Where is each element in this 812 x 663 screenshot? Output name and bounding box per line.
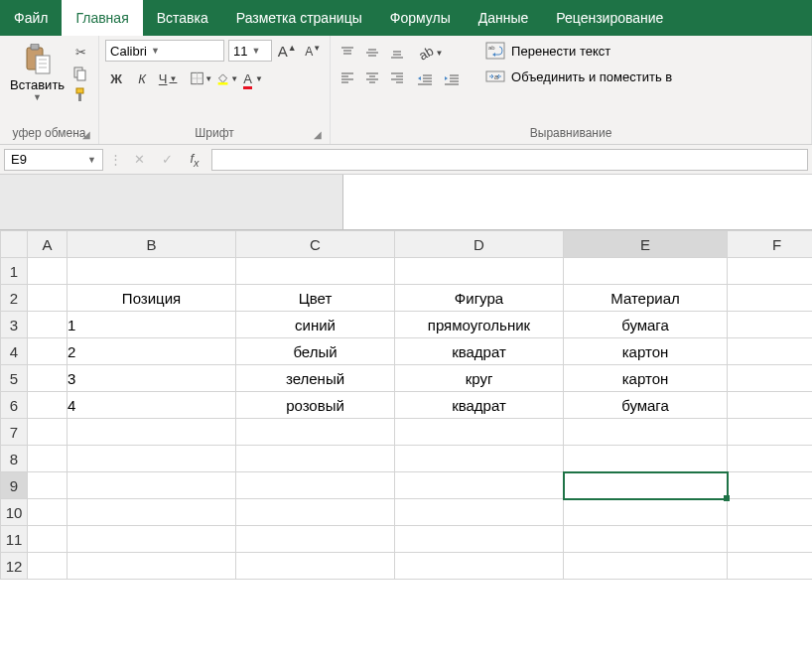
cell[interactable] (68, 419, 236, 446)
row-header[interactable]: 3 (1, 312, 28, 338)
cell[interactable]: Фигура (395, 285, 564, 312)
name-box[interactable]: E9▼ (4, 149, 103, 171)
cell[interactable]: белый (236, 338, 395, 365)
launcher-icon[interactable]: ◢ (314, 129, 322, 140)
cell[interactable] (564, 553, 728, 580)
cell[interactable] (28, 365, 68, 392)
row-header[interactable]: 8 (1, 446, 28, 472)
cell[interactable]: розовый (236, 392, 395, 419)
row-header[interactable]: 2 (1, 285, 28, 312)
formula-input[interactable] (211, 149, 808, 171)
cell[interactable] (68, 526, 236, 553)
cell[interactable] (68, 258, 236, 285)
cell[interactable] (28, 499, 68, 526)
cell[interactable] (68, 553, 236, 580)
cell[interactable]: 4 (68, 392, 236, 419)
row-header[interactable]: 5 (1, 365, 28, 392)
row-header[interactable]: 11 (1, 526, 28, 553)
spreadsheet-grid[interactable]: ABCDEF12ПозицияЦветФигураМатериал31синий… (0, 230, 812, 580)
cell[interactable] (728, 338, 813, 365)
cell[interactable] (395, 258, 564, 285)
cell[interactable]: квадрат (395, 338, 564, 365)
cell[interactable]: картон (564, 338, 728, 365)
cell[interactable] (728, 419, 813, 446)
cell[interactable] (28, 285, 68, 312)
underline-button[interactable]: Ч▼ (157, 67, 179, 89)
cell[interactable] (728, 258, 813, 285)
decrease-font-button[interactable]: A▼ (302, 40, 324, 62)
cell[interactable] (68, 499, 236, 526)
tab-data[interactable]: Данные (465, 0, 543, 36)
cell[interactable] (728, 312, 813, 338)
cell[interactable] (28, 553, 68, 580)
cell[interactable] (28, 258, 68, 285)
format-painter-button[interactable] (70, 85, 90, 105)
cell[interactable]: круг (395, 365, 564, 392)
cell[interactable]: прямоугольник (395, 312, 564, 338)
cell[interactable] (236, 446, 395, 472)
cell[interactable]: Цвет (236, 285, 395, 312)
decrease-indent-button[interactable] (414, 69, 436, 91)
cell[interactable] (728, 499, 813, 526)
launcher-icon[interactable]: ◢ (82, 129, 90, 140)
column-header[interactable]: B (68, 231, 236, 258)
fill-color-button[interactable]: ▼ (216, 67, 238, 89)
copy-button[interactable] (70, 64, 90, 83)
cell[interactable] (564, 472, 728, 499)
cell[interactable] (28, 392, 68, 419)
cell[interactable]: бумага (564, 392, 728, 419)
cell[interactable]: зеленый (236, 365, 395, 392)
cell[interactable] (564, 258, 728, 285)
cell[interactable] (395, 446, 564, 472)
font-color-button[interactable]: A ▼ (242, 67, 264, 89)
cell[interactable] (728, 285, 813, 312)
cut-button[interactable]: ✂ (70, 42, 90, 62)
tab-review[interactable]: Рецензирование (542, 0, 677, 36)
row-header[interactable]: 4 (1, 338, 28, 365)
cell[interactable] (564, 446, 728, 472)
row-header[interactable]: 1 (1, 258, 28, 285)
cell[interactable] (564, 419, 728, 446)
tab-formulas[interactable]: Формулы (376, 0, 465, 36)
tab-page-layout[interactable]: Разметка страницы (222, 0, 376, 36)
cell[interactable] (395, 499, 564, 526)
cell[interactable]: Позиция (68, 285, 236, 312)
font-size-combo[interactable]: 11▼ (228, 40, 272, 62)
cell[interactable] (236, 258, 395, 285)
cell[interactable]: 1 (68, 312, 236, 338)
cell[interactable]: бумага (564, 312, 728, 338)
tab-insert[interactable]: Вставка (143, 0, 222, 36)
cell[interactable] (28, 446, 68, 472)
cell[interactable] (28, 526, 68, 553)
cell[interactable] (395, 472, 564, 499)
cell[interactable] (564, 499, 728, 526)
cell[interactable] (728, 553, 813, 580)
tab-file[interactable]: Файл (0, 0, 62, 36)
insert-function-button[interactable]: fx (184, 149, 205, 171)
cell[interactable] (68, 472, 236, 499)
cell[interactable] (236, 419, 395, 446)
column-header[interactable]: C (236, 231, 395, 258)
cell[interactable] (728, 526, 813, 553)
increase-font-button[interactable]: A▲ (276, 40, 298, 62)
cell[interactable] (728, 446, 813, 472)
cell[interactable]: Материал (564, 285, 728, 312)
select-all-corner[interactable] (1, 231, 28, 258)
align-right-button[interactable] (386, 66, 408, 88)
cancel-formula-button[interactable]: ✕ (128, 149, 150, 171)
enter-formula-button[interactable]: ✓ (156, 149, 178, 171)
cell[interactable]: 3 (68, 365, 236, 392)
row-header[interactable]: 12 (1, 553, 28, 580)
cell[interactable] (28, 338, 68, 365)
cell[interactable] (728, 365, 813, 392)
merge-center-button[interactable]: a Объединить и поместить в (485, 67, 672, 85)
column-header[interactable]: D (395, 231, 564, 258)
row-header[interactable]: 7 (1, 419, 28, 446)
cell[interactable] (395, 526, 564, 553)
column-header[interactable]: E (564, 231, 728, 258)
cell[interactable] (395, 553, 564, 580)
align-bottom-button[interactable] (386, 42, 408, 64)
cell[interactable]: квадрат (395, 392, 564, 419)
increase-indent-button[interactable] (441, 69, 463, 91)
tab-home[interactable]: Главная (62, 0, 142, 36)
